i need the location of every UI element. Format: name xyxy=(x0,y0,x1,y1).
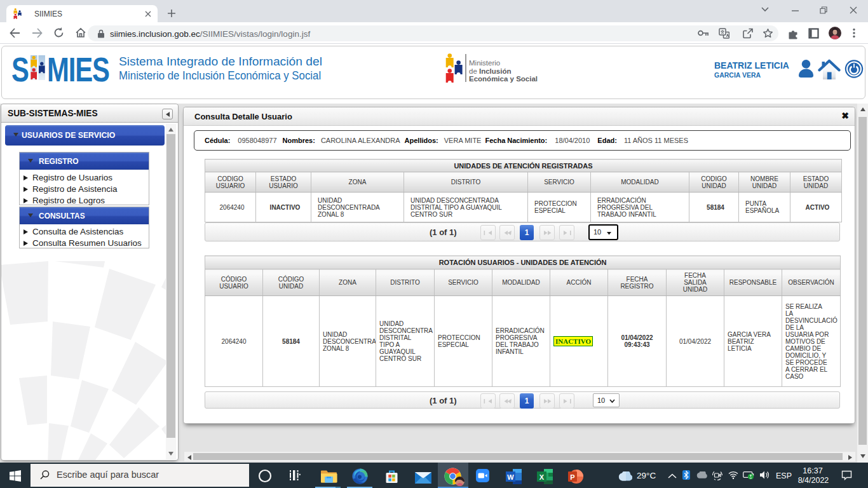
svg-text:P: P xyxy=(570,473,574,481)
svg-text:X: X xyxy=(539,473,545,481)
svg-text:W: W xyxy=(507,473,514,481)
